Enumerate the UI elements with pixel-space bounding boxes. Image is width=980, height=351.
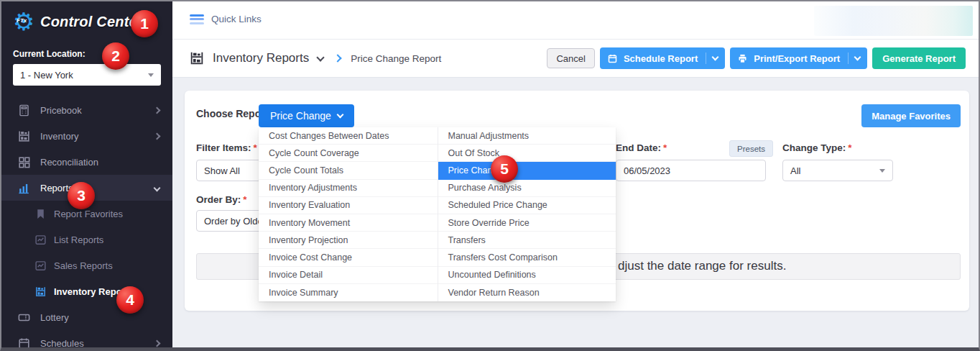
menu-item[interactable]: Inventory Adjustments [259,180,438,197]
schedule-report-button[interactable]: Schedule Report [600,47,725,69]
ftx-abbr: FTx [17,17,27,24]
report-type-menu: Cost Changes Between Dates Cycle Count C… [259,127,616,301]
location-value: 1 - New York [20,70,73,81]
top-bar: Quick Links [172,1,979,40]
step-badge-2: 2 [102,42,129,70]
menu-item[interactable]: Scheduled Price Change [438,197,616,214]
change-type-label: Change Type:* [782,142,852,153]
header-actions: Cancel Schedule Report Print/Export Repo… [547,47,966,69]
step-badge-3: 3 [68,182,95,209]
menu-item[interactable]: Transfers [438,232,616,249]
ftx-gear-logo-icon: ⚙ FTx [10,8,37,35]
menu-item[interactable]: Transfers Cost Comparison [438,249,616,266]
calculator-icon [17,104,31,117]
menu-item[interactable]: Invoice Summary [259,284,438,301]
manage-favorites-button[interactable]: Manage Favorites [861,104,961,127]
chevron-right-icon [154,339,161,347]
printer-icon [737,53,748,64]
sidebar-item-pricebook[interactable]: Pricebook [1,97,172,123]
quick-links-label: Quick Links [211,14,262,24]
chevron-down-icon[interactable] [317,53,325,61]
end-date-input[interactable]: 06/05/2023 [616,160,766,181]
menu-item[interactable]: Cycle Count Totals [259,162,438,179]
caret-down-icon [148,73,154,77]
choose-report-label: Choose Report [196,108,268,119]
step-badge-5: 5 [491,155,518,183]
hamburger-menu-icon [190,12,204,26]
sidebar: ⚙ FTx Control Center Current Location: 1… [1,1,172,347]
line-chart-icon [34,260,47,272]
menu-item[interactable]: Inventory Projection [259,232,438,249]
step-badge-4: 4 [116,286,144,314]
presets-button[interactable]: Presets [729,140,773,157]
sidebar-item-sales-reports[interactable]: Sales Reports [1,252,172,278]
location-label: Current Location: [13,49,161,59]
menu-item[interactable]: Inventory Evaluation [259,197,438,214]
step-badge-1: 1 [131,10,158,37]
generate-report-button[interactable]: Generate Report [872,47,966,69]
filter-items-label: Filter Items:* [196,142,257,153]
sidebar-item-inventory[interactable]: Inventory [1,123,172,149]
menu-item[interactable]: Store Override Price [438,214,616,232]
shelf-icon [34,286,47,298]
breadcrumb-page: Price Change Report [351,53,441,64]
location-select[interactable]: 1 - New York [13,64,161,86]
report-menu-column-2: Manual Adjustments Out Of Stock Price Ch… [438,127,616,301]
sidebar-nav: Pricebook Inventory Reconciliation Repor… [1,97,172,347]
breadcrumb-section[interactable]: Inventory Reports [213,51,309,65]
end-date-label: End Date:* [616,142,667,153]
cancel-button[interactable]: Cancel [547,48,594,68]
main-content: Choose Report Price Change Manage Favori… [172,78,979,347]
breadcrumb-separator-icon [334,54,342,62]
page-header: Inventory Reports Price Change Report Ca… [172,40,979,78]
menu-item[interactable]: Invoice Detail [259,267,438,284]
sidebar-item-reconciliation[interactable]: Reconciliation [1,149,172,175]
print-export-report-button[interactable]: Print/Export Report [730,47,867,69]
report-menu-column-1: Cost Changes Between Dates Cycle Count C… [259,127,438,301]
chevron-right-icon [154,106,161,114]
menu-item[interactable]: Invoice Cost Change [259,249,438,266]
chevron-down-icon[interactable] [854,54,861,61]
quick-links-button[interactable]: Quick Links [190,12,262,26]
sidebar-item-inventory-reports[interactable]: Inventory Reports [1,278,172,304]
calendar-icon [17,337,31,348]
results-message-text: djust the date range for results. [618,259,786,273]
ticket-icon [17,311,31,324]
menu-item[interactable]: Purchase Analysis [438,180,616,197]
shelf-icon [17,129,31,143]
shelf-icon [189,50,205,66]
change-type-select[interactable]: All [782,160,893,181]
menu-item[interactable]: Vendor Return Reason [438,284,616,301]
menu-item[interactable]: Cycle Count Coverage [259,145,438,162]
calendar-icon [607,53,618,64]
redacted-user-area [814,6,973,36]
sidebar-item-list-reports[interactable]: List Reports [1,227,172,252]
order-by-label: Order By:* [196,194,247,205]
menu-item[interactable]: Inventory Movement [259,214,438,232]
line-chart-icon [34,234,47,246]
sidebar-item-lottery[interactable]: Lottery [1,304,172,330]
sidebar-item-schedules[interactable]: Schedules [1,330,172,347]
menu-item[interactable]: Cost Changes Between Dates [259,127,438,145]
report-panel: Choose Report Price Change Manage Favori… [185,91,969,311]
app-title: Control Center [40,14,143,30]
grid-icon [17,155,31,169]
report-type-dropdown-button[interactable]: Price Change [259,104,354,127]
menu-item[interactable]: Uncounted Definitions [438,267,616,284]
location-block: Current Location: 1 - New York [1,42,172,90]
menu-item[interactable]: Manual Adjustments [438,127,616,145]
app-window: ⚙ FTx Control Center Current Location: 1… [0,0,980,351]
bookmark-icon [34,208,47,220]
bar-chart-icon [17,181,31,195]
chevron-right-icon [154,132,161,140]
chevron-down-icon[interactable] [712,54,719,61]
chevron-down-icon [154,184,161,191]
chevron-down-icon [336,111,343,119]
caret-down-icon [879,169,885,173]
menu-item-price-change-selected[interactable]: Price Change [438,162,616,179]
menu-item[interactable]: Out Of Stock [438,145,616,162]
